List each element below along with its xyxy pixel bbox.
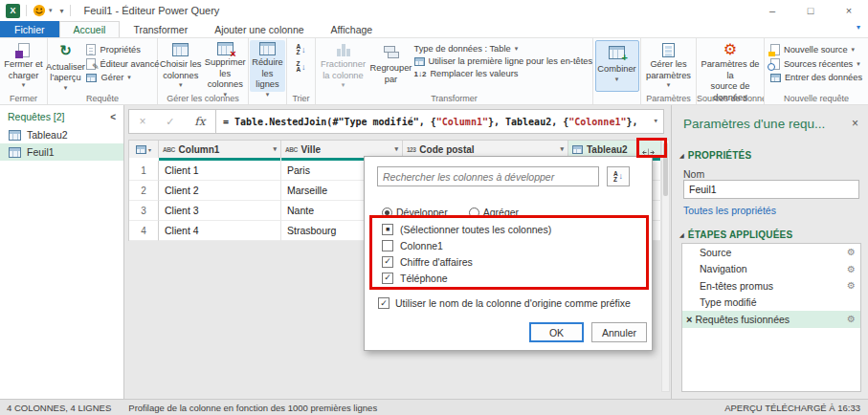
chevron-down-icon: ▾ [60, 7, 64, 15]
minimize-button[interactable]: – [753, 0, 791, 21]
cell-column1[interactable]: Client 2 [159, 181, 281, 201]
sort-buttons: AZ ↓ ZA ↓ [288, 40, 314, 73]
manage-button[interactable]: Gérer ▾ [86, 73, 159, 82]
ribbon-options-icon[interactable]: ▾ [857, 23, 860, 32]
recent-sources-button[interactable]: Sources récentes ▾ [770, 58, 862, 70]
highlight-rect-expand-icon [636, 138, 667, 158]
ok-button[interactable]: OK [529, 322, 584, 342]
gear-icon[interactable]: ⚙ [847, 314, 856, 324]
data-type-button[interactable]: Type de données : Table ▾ [414, 44, 590, 54]
cell-column1[interactable]: Client 4 [159, 221, 281, 241]
column-header-label: Ville [301, 144, 321, 155]
sort-ascending-button[interactable]: AZ ↓ [296, 44, 305, 55]
combine-label: Combiner [597, 64, 635, 76]
tab-fichier[interactable]: Fichier [0, 21, 59, 37]
row-number[interactable]: 3 [129, 201, 159, 221]
query-name-input[interactable]: Feuil1 [683, 180, 859, 199]
split-column-button[interactable]: Fractionner la colonne ▾ [319, 40, 368, 92]
step-en-tetes-promus[interactable]: En-têtes promus ⚙ [682, 277, 860, 295]
checkbox-use-original-prefix[interactable]: ✓ Utiliser le nom de la colonne d'origin… [378, 297, 631, 309]
advanced-editor-button[interactable]: ✎ Éditeur avancé [86, 58, 159, 70]
collapse-panel-icon[interactable]: < [110, 112, 116, 122]
gear-icon[interactable]: ⚙ [847, 280, 856, 291]
formula-bar: × ✓ fx = Table.NestedJoin(#"Type modifié… [128, 109, 664, 134]
number-type-icon: 123 [407, 146, 415, 153]
tab-affichage[interactable]: Affichage [318, 21, 387, 37]
row-number[interactable]: 4 [129, 221, 159, 241]
dropdown-icon: ▾ [179, 81, 183, 90]
new-source-button[interactable]: Nouvelle source ▾ [770, 44, 862, 55]
split-column-label: Fractionner la colonne [320, 59, 367, 81]
remove-columns-button[interactable]: × Supprimer les colonnes ▾ [204, 40, 248, 92]
cell-column1[interactable]: Client 1 [159, 161, 281, 181]
choose-columns-button[interactable]: Choisir les colonnes ▾ [159, 40, 203, 92]
use-first-row-headers-button[interactable]: Utiliser la première ligne pour les en-t… [414, 56, 590, 66]
formula-buttons: × ✓ fx [128, 109, 216, 134]
search-columns-input[interactable] [377, 166, 599, 186]
quick-access-customize-button[interactable]: ▾ [60, 7, 64, 15]
step-label: Navigation [700, 263, 747, 274]
manage-parameters-button[interactable]: Gérer les paramètres ▾ [643, 40, 695, 92]
feedback-smiley-button[interactable]: ▾ [33, 4, 53, 17]
step-type-modifie[interactable]: Type modifié [682, 295, 860, 312]
properties-section-header[interactable]: ◢ PROPRIÉTÉS [679, 150, 751, 161]
group-by-button[interactable]: Regrouper par [369, 40, 413, 92]
reduce-rows-button[interactable]: Réduire les lignes ▾ [250, 40, 285, 92]
properties-button[interactable]: Propriétés [86, 44, 159, 55]
row-number[interactable]: 2 [129, 181, 159, 201]
filter-dropdown-icon[interactable]: ▾ [273, 145, 277, 153]
close-button[interactable]: × [830, 0, 868, 21]
replace-values-button[interactable]: 1↓2 Remplacer les valeurs [414, 69, 590, 78]
popup-sort-button[interactable]: AZ ↓ [607, 166, 630, 186]
table-icon [9, 147, 21, 158]
filter-dropdown-icon[interactable]: ▾ [394, 145, 398, 153]
settings-close-icon[interactable]: × [852, 117, 858, 130]
replace-values-label: Remplacer les valeurs [430, 69, 518, 78]
tab-ajouter-une-colonne[interactable]: Ajouter une colonne [201, 21, 317, 37]
cancel-button[interactable]: Annuler [591, 322, 647, 342]
close-and-load-button[interactable]: Fermer et charger ▾ [1, 40, 46, 92]
column-header-column1[interactable]: ABC Column1 ▾ [159, 141, 281, 158]
query-item-feuil1[interactable]: Feuil1 [0, 143, 123, 161]
delete-step-icon[interactable]: × [686, 314, 692, 325]
excel-icon: X [6, 4, 20, 18]
step-label: Requêtes fusionnées [695, 314, 790, 325]
formula-string: "Colonne1" [568, 117, 626, 127]
filter-dropdown-icon[interactable]: ▾ [560, 145, 564, 153]
advanced-editor-icon: ✎ [86, 58, 96, 70]
applied-steps-section-header[interactable]: ◢ ÉTAPES APPLIQUÉES [679, 229, 792, 240]
row-number[interactable]: 1 [129, 161, 159, 181]
gear-icon[interactable]: ⚙ [847, 247, 856, 257]
query-item-tableau2[interactable]: Tableau2 [0, 126, 123, 143]
formula-input[interactable]: = Table.NestedJoin(#"Type modifié", {"Co… [216, 109, 664, 134]
split-column-icon [337, 42, 350, 57]
select-all-corner[interactable]: ▾ [129, 141, 159, 158]
enter-data-button[interactable]: Entrer des données [770, 73, 862, 82]
all-properties-link[interactable]: Toutes les propriétés [683, 205, 776, 216]
step-requetes-fusionnees[interactable]: × Requêtes fusionnées ⚙ [682, 311, 860, 328]
sort-descending-button[interactable]: ZA ↓ [296, 61, 305, 73]
formula-cancel-icon[interactable]: × [139, 115, 145, 128]
gear-icon[interactable]: ⚙ [847, 264, 856, 274]
tab-transformer[interactable]: Transformer [120, 21, 201, 37]
data-source-settings-button[interactable]: ⚙ Paramètres de la source de données [698, 40, 763, 92]
refresh-preview-button[interactable]: ↻ Actualiser l'aperçu ▾ [45, 40, 85, 92]
cell-column1[interactable]: Client 3 [159, 201, 281, 221]
step-source[interactable]: Source ⚙ [682, 244, 860, 261]
dropdown-icon: ▾ [64, 84, 68, 93]
grid-vertical-scrollbar[interactable] [661, 140, 670, 392]
dropdown-icon: ▾ [857, 60, 860, 68]
table-type-icon [572, 145, 583, 154]
properties-header-label: PROPRIÉTÉS [688, 150, 751, 161]
tab-accueil[interactable]: Accueil [59, 21, 121, 37]
maximize-button[interactable]: □ [791, 0, 830, 21]
highlight-rect-column-list [369, 215, 649, 290]
group-label-trier: Trier [287, 94, 315, 103]
combine-button[interactable]: + Combiner ▾ [595, 40, 639, 92]
formula-accept-icon[interactable]: ✓ [166, 116, 174, 128]
status-profiling-info[interactable]: Profilage de la colonne en fonction des … [128, 403, 377, 413]
choose-columns-icon [172, 42, 189, 57]
refresh-preview-label: Actualiser l'aperçu [46, 62, 85, 84]
step-navigation[interactable]: Navigation ⚙ [682, 261, 860, 278]
formula-expand-icon[interactable]: ▾ [654, 116, 658, 125]
